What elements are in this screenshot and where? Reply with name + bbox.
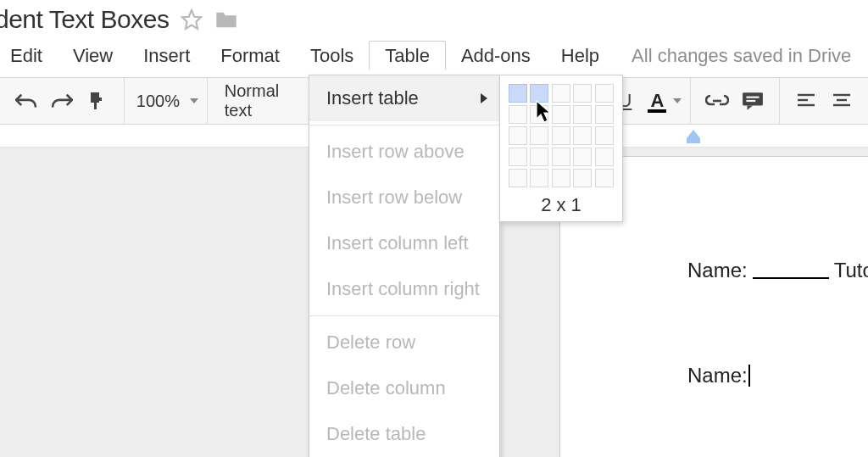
menu-separator (309, 315, 499, 316)
chevron-right-icon (481, 93, 487, 103)
menu-separator (309, 125, 499, 125)
text-cursor (748, 365, 750, 387)
size-label: 2 x 1 (509, 187, 614, 216)
size-cell[interactable] (509, 169, 527, 187)
size-cell[interactable] (509, 105, 527, 124)
name-label: Name: (687, 259, 748, 282)
text-color-bar (648, 109, 666, 113)
doc-line-2: Name: (687, 364, 868, 387)
svg-rect-3 (743, 92, 763, 105)
menu-delete-table: Delete table (309, 411, 499, 457)
menu-insert-table[interactable]: Insert table (309, 75, 499, 121)
align-left-button[interactable] (792, 86, 821, 115)
size-cell[interactable] (552, 126, 570, 145)
size-cell[interactable] (509, 126, 527, 145)
size-cell[interactable] (573, 105, 592, 124)
menu-bar: Edit View Insert Format Tools Table Add-… (0, 37, 868, 77)
redo-button[interactable] (47, 86, 76, 115)
save-status: All changes saved in Drive (632, 45, 851, 67)
insert-link-button[interactable] (703, 86, 732, 115)
size-cell[interactable] (595, 105, 614, 124)
menu-view[interactable]: View (58, 42, 128, 70)
paragraph-style-control[interactable]: Normal text (208, 78, 314, 124)
size-cell[interactable] (530, 105, 548, 124)
size-cell[interactable] (552, 169, 570, 187)
svg-rect-6 (747, 100, 756, 102)
name-label-2: Name: (687, 364, 748, 387)
size-cell[interactable] (573, 169, 592, 187)
zoom-value: 100% (133, 92, 183, 111)
size-cell[interactable] (595, 126, 614, 145)
tutor-label: Tutor (834, 259, 868, 282)
size-cell[interactable] (573, 84, 592, 103)
menu-delete-column: Delete column (309, 365, 499, 411)
size-cell[interactable] (552, 84, 570, 103)
size-cell[interactable] (595, 148, 614, 166)
paint-format-button[interactable] (83, 86, 112, 115)
menu-insert[interactable]: Insert (128, 42, 205, 70)
size-cell[interactable] (573, 126, 592, 145)
size-cell[interactable] (509, 148, 527, 166)
document-title[interactable]: dent Text Boxes (0, 5, 169, 34)
menu-addons[interactable]: Add-ons (446, 42, 546, 70)
menu-edit[interactable]: Edit (0, 42, 58, 70)
size-cell[interactable] (530, 169, 548, 187)
menu-insert-row-below: Insert row below (309, 175, 499, 220)
menu-insert-col-right: Insert column right (309, 266, 499, 312)
size-cell[interactable] (530, 126, 548, 145)
menu-tools[interactable]: Tools (295, 42, 369, 70)
svg-rect-5 (747, 97, 760, 98)
table-dropdown: Insert table Insert row above Insert row… (309, 75, 500, 457)
text-color-button[interactable]: A (643, 86, 671, 115)
insert-comment-button[interactable] (738, 86, 767, 115)
size-cell[interactable] (595, 169, 614, 187)
size-grid[interactable] (509, 84, 614, 187)
blank-line (753, 277, 829, 279)
star-icon[interactable] (181, 8, 203, 31)
table-size-picker[interactable]: 2 x 1 (499, 75, 623, 222)
size-cell[interactable] (552, 105, 570, 124)
menu-insert-row-above: Insert row above (309, 129, 499, 175)
folder-icon[interactable] (214, 9, 238, 30)
menu-insert-col-left: Insert column left (309, 220, 499, 266)
svg-marker-4 (748, 105, 754, 109)
chevron-down-icon (673, 98, 682, 103)
doc-line-1: Name: Tutor (687, 259, 868, 282)
chevron-down-icon (190, 98, 198, 103)
align-center-button[interactable] (827, 86, 856, 115)
size-cell[interactable] (530, 84, 548, 103)
zoom-control[interactable]: 100% (125, 78, 207, 124)
size-cell[interactable] (509, 84, 527, 103)
menu-format[interactable]: Format (205, 42, 295, 70)
svg-rect-1 (94, 103, 97, 109)
menu-table[interactable]: Table (369, 41, 446, 70)
undo-button[interactable] (12, 86, 41, 115)
size-cell[interactable] (573, 148, 592, 166)
paragraph-style-value: Normal text (216, 81, 306, 120)
menu-help[interactable]: Help (546, 42, 615, 70)
menu-delete-row: Delete row (309, 320, 499, 365)
svg-marker-0 (183, 10, 202, 29)
indent-marker[interactable] (687, 130, 700, 143)
size-cell[interactable] (552, 148, 570, 166)
title-bar: dent Text Boxes (0, 0, 868, 37)
size-cell[interactable] (595, 84, 614, 103)
size-cell[interactable] (530, 148, 548, 166)
